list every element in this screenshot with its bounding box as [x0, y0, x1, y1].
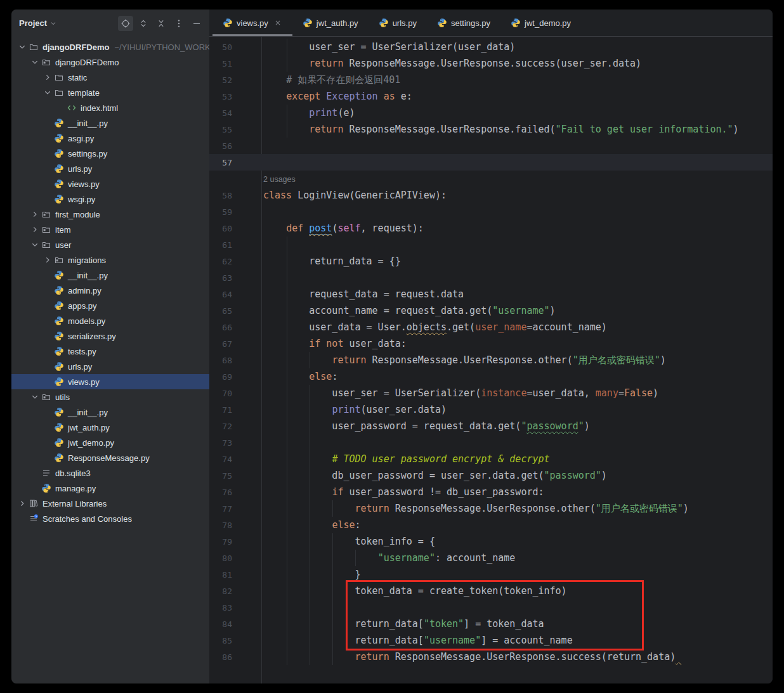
code-row-line-73[interactable]: 73 — [209, 434, 773, 451]
line-number-gutter[interactable]: 57 — [209, 158, 261, 167]
line-number-gutter[interactable]: 86 — [209, 652, 261, 662]
code-row-line-65[interactable]: 65 account_name = request_data.get("user… — [209, 302, 773, 319]
code-row-line-83[interactable]: 83 — [209, 599, 773, 616]
locate-file-icon[interactable] — [118, 16, 133, 31]
chevron-expanded-icon[interactable] — [29, 392, 41, 401]
line-number-gutter[interactable]: 66 — [209, 323, 261, 332]
tree-item-manage.py[interactable]: manage.py — [11, 481, 209, 496]
code-row-line-57[interactable]: 57 — [209, 154, 773, 171]
code-row-line-78[interactable]: 78 else: — [209, 517, 773, 533]
inlay-row[interactable]: 2 usages — [209, 171, 773, 187]
line-number-gutter[interactable]: 56 — [209, 141, 261, 151]
tree-item-external-libraries[interactable]: External Libraries — [11, 496, 209, 511]
code-editor[interactable]: 50 user_ser = UserSerializer(user_data)5… — [209, 37, 773, 683]
chevron-collapsed-icon[interactable] — [42, 256, 53, 264]
code-row-line-63[interactable]: 63 — [209, 269, 773, 286]
hide-panel-icon[interactable] — [189, 16, 204, 31]
tree-item-apps.py[interactable]: apps.py — [11, 298, 209, 313]
line-number-gutter[interactable]: 51 — [209, 59, 261, 68]
line-number-gutter[interactable]: 80 — [209, 554, 261, 563]
line-number-gutter[interactable]: 58 — [209, 191, 261, 200]
line-number-gutter[interactable]: 54 — [209, 108, 261, 118]
code-row-line-76[interactable]: 76 if user_password != db_user_password: — [209, 484, 773, 500]
line-number-gutter[interactable]: 67 — [209, 339, 261, 349]
line-number-gutter[interactable]: 53 — [209, 92, 261, 101]
tab-settings.py[interactable]: settings.py — [427, 10, 500, 36]
code-row-line-62[interactable]: 62 return_data = {} — [209, 253, 773, 269]
tree-item-index.html[interactable]: index.html — [11, 100, 209, 115]
code-row-line-79[interactable]: 79 token_info = { — [209, 533, 773, 550]
tree-item-__init__.py[interactable]: __init__.py — [11, 405, 209, 420]
tree-item-static[interactable]: static — [11, 70, 209, 85]
code-row-line-80[interactable]: 80 "username": account_name — [209, 550, 773, 566]
line-number-gutter[interactable]: 84 — [209, 619, 261, 629]
line-number-gutter[interactable]: 85 — [209, 636, 261, 645]
code-row-line-70[interactable]: 70 user_ser = UserSerializer(instance=us… — [209, 385, 773, 401]
tree-item-__init__.py[interactable]: __init__.py — [11, 268, 209, 283]
tree-item-db.sqlite3[interactable]: db.sqlite3 — [11, 465, 209, 481]
chevron-expanded-icon[interactable] — [29, 58, 41, 67]
line-number-gutter[interactable]: 50 — [209, 42, 261, 52]
line-number-gutter[interactable]: 78 — [209, 521, 261, 530]
tree-item-__init__.py[interactable]: __init__.py — [11, 115, 209, 131]
code-row-line-52[interactable]: 52 # 如果不存在则会返回401 — [209, 72, 773, 88]
code-row-line-64[interactable]: 64 request_data = request.data — [209, 286, 773, 302]
chevron-collapsed-icon[interactable] — [42, 73, 53, 82]
chevron-collapsed-icon[interactable] — [29, 225, 41, 234]
line-number-gutter[interactable]: 62 — [209, 257, 261, 266]
line-number-gutter[interactable]: 77 — [209, 504, 261, 514]
code-row-line-77[interactable]: 77 return ResponseMessage.UserResponse.o… — [209, 500, 773, 517]
line-number-gutter[interactable]: 72 — [209, 422, 261, 431]
line-number-gutter[interactable]: 52 — [209, 75, 261, 85]
tree-item-urls.py[interactable]: urls.py — [11, 161, 209, 176]
line-number-gutter[interactable]: 70 — [209, 389, 261, 398]
code-row-line-54[interactable]: 54 print(e) — [209, 105, 773, 121]
code-row-line-72[interactable]: 72 user_password = request_data.get("pas… — [209, 418, 773, 434]
code-row-line-85[interactable]: 85 return_data["username"] = account_nam… — [209, 632, 773, 649]
chevron-collapsed-icon[interactable] — [16, 499, 28, 508]
line-number-gutter[interactable]: 60 — [209, 224, 261, 233]
line-number-gutter[interactable]: 55 — [209, 125, 261, 134]
line-number-gutter[interactable]: 79 — [209, 537, 261, 547]
code-row-line-51[interactable]: 51 return ResponseMessage.UserResponse.s… — [209, 55, 773, 72]
code-row-line-75[interactable]: 75 db_user_password = user_ser.data.get(… — [209, 467, 773, 484]
expand-all-icon[interactable] — [136, 16, 151, 31]
tree-item-models.py[interactable]: models.py — [11, 313, 209, 328]
line-number-gutter[interactable]: 61 — [209, 240, 261, 250]
code-row-line-67[interactable]: 67 if not user_data: — [209, 335, 773, 352]
close-icon[interactable] — [273, 18, 282, 27]
tree-item-item[interactable]: item — [11, 222, 209, 237]
more-options-icon[interactable] — [171, 16, 186, 31]
code-row-line-86[interactable]: 86 return ResponseMessage.UserResponse.s… — [209, 649, 773, 665]
code-row-line-59[interactable]: 59 — [209, 204, 773, 220]
tree-item-djangodrfdemo[interactable]: djangoDRFDemo — [11, 55, 209, 70]
line-number-gutter[interactable]: 76 — [209, 488, 261, 497]
tree-item-template[interactable]: template — [11, 85, 209, 100]
line-number-gutter[interactable]: 65 — [209, 306, 261, 316]
line-number-gutter[interactable]: 73 — [209, 438, 261, 448]
tree-item-tests.py[interactable]: tests.py — [11, 344, 209, 359]
tree-item-views.py[interactable]: views.py — [11, 176, 209, 191]
code-row-line-81[interactable]: 81 } — [209, 566, 773, 583]
code-row-line-66[interactable]: 66 user_data = User.objects.get(user_nam… — [209, 319, 773, 335]
tree-item-scratches-and-consoles[interactable]: Scratches and Consoles — [11, 511, 209, 526]
tab-jwt_auth.py[interactable]: jwt_auth.py — [292, 10, 369, 36]
line-number-gutter[interactable]: 68 — [209, 356, 261, 365]
code-row-line-50[interactable]: 50 user_ser = UserSerializer(user_data) — [209, 39, 773, 55]
code-row-line-68[interactable]: 68 return ResponseMessage.UserResponse.o… — [209, 352, 773, 368]
tree-item-utils[interactable]: utils — [11, 389, 209, 405]
tree-item-settings.py[interactable]: settings.py — [11, 146, 209, 161]
code-row-line-53[interactable]: 53 except Exception as e: — [209, 88, 773, 105]
tree-item-wsgi.py[interactable]: wsgi.py — [11, 191, 209, 207]
project-view-selector[interactable]: Project — [19, 18, 57, 28]
chevron-expanded-icon[interactable] — [42, 88, 53, 97]
tree-item-responsemessage.py[interactable]: ResponseMessage.py — [11, 450, 209, 465]
code-row-line-84[interactable]: 84 return_data["token"] = token_data — [209, 616, 773, 632]
code-row-line-56[interactable]: 56 — [209, 138, 773, 154]
tab-jwt_demo.py[interactable]: jwt_demo.py — [500, 10, 581, 36]
chevron-collapsed-icon[interactable] — [29, 210, 41, 219]
chevron-expanded-icon[interactable] — [16, 42, 28, 51]
line-number-gutter[interactable]: 59 — [209, 207, 261, 217]
tree-item-migrations[interactable]: migrations — [11, 252, 209, 268]
code-row-line-61[interactable]: 61 — [209, 236, 773, 253]
